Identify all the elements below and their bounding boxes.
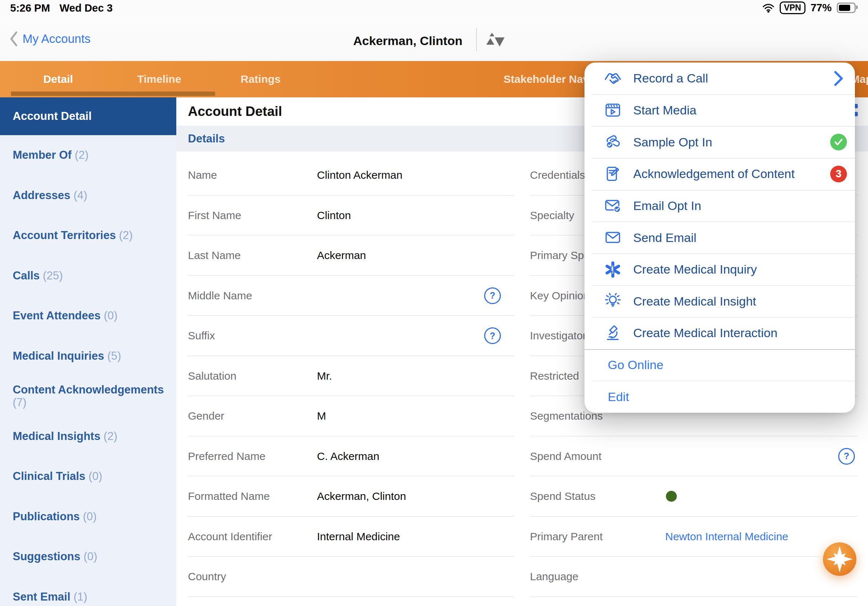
field-value: C. Ackerman: [317, 450, 380, 462]
field-label: Last Name: [188, 249, 240, 261]
sidebar-item[interactable]: Addresses 4: [0, 175, 176, 216]
sidebar-item-count: 25: [43, 269, 63, 282]
field-row: Last Name Ackerman: [176, 235, 518, 276]
sidebar-item-count: 1: [73, 591, 87, 603]
sidebar-item[interactable]: Event Attendees 0: [0, 296, 176, 336]
fields-left-column: Name Clinton Ackerman First Name Clinton…: [176, 155, 518, 597]
sidebar-item-count: 4: [73, 189, 87, 202]
field-label: Middle Name: [188, 289, 252, 302]
field-label: Formatted Name: [188, 490, 270, 502]
field-label: Salutation: [188, 370, 236, 382]
field-label: Restricted: [530, 370, 579, 382]
field-label: First Name: [188, 209, 241, 222]
menu-item-create-medical-inquiry[interactable]: Create Medical Inquiry: [584, 254, 855, 286]
status-bar: 5:26 PM Wed Dec 3 VPN 77%: [0, 0, 868, 16]
battery-icon: [837, 3, 856, 13]
field-value: Ackerman: [317, 249, 366, 261]
field-label: Language: [530, 570, 578, 583]
sidebar-item-count: 2: [119, 229, 133, 241]
back-label: My Accounts: [23, 32, 90, 46]
sidebar-item-label: Clinical Trials: [13, 470, 85, 482]
chevron-right-icon: [834, 71, 843, 86]
sidebar-item[interactable]: Medical Insights 2: [0, 416, 176, 457]
help-icon[interactable]: ?: [838, 448, 855, 465]
field-row: Salutation Mr.: [176, 356, 518, 396]
sidebar-item[interactable]: Suggestions 0: [0, 536, 176, 577]
sidebar-list: Member Of 2 Addresses 4 Account Territor…: [0, 135, 176, 606]
tab-ratings[interactable]: Ratings: [240, 61, 281, 97]
sidebar-item-label: Account Territories: [13, 229, 116, 241]
media-icon: [603, 100, 622, 119]
date: Wed Dec 3: [60, 2, 113, 14]
field-value: Ackerman, Clinton: [317, 490, 406, 502]
field-row: Name Clinton Ackerman: [176, 155, 518, 195]
sidebar-item-count: 0: [104, 309, 118, 322]
details-section-label: Details: [188, 132, 225, 145]
menu-item-create-medical-insight[interactable]: Create Medical Insight: [584, 285, 855, 317]
field-label: Specialty: [530, 209, 574, 222]
menu-item-record-a-call[interactable]: Record a Call: [584, 62, 855, 94]
menu-item-create-medical-interaction[interactable]: Create Medical Interaction: [584, 317, 855, 349]
status-time-date: 5:26 PM Wed Dec 3: [10, 2, 113, 14]
sidebar-item-label: Calls: [13, 269, 40, 282]
sidebar-item-account-detail[interactable]: Account Detail: [0, 97, 176, 135]
sidebar-item-label: Event Attendees: [13, 309, 101, 322]
email-check-icon: [603, 196, 622, 215]
menu-item-send-email[interactable]: Send Email: [584, 222, 855, 254]
field-row: Country: [176, 557, 518, 597]
sidebar-item[interactable]: Clinical Trials 0: [0, 456, 176, 497]
field-row: Language: [530, 557, 858, 597]
field-label: Gender: [188, 410, 224, 422]
sidebar-item[interactable]: Calls 25: [0, 256, 176, 296]
sidebar-item[interactable]: Content Acknowledgements 7: [0, 376, 176, 416]
menu-item-acknowledgement-of-content[interactable]: Acknowledgement of Content 3: [584, 158, 855, 190]
field-row: Primary Parent Newton Internal Medicine: [530, 516, 858, 557]
back-button[interactable]: My Accounts: [9, 30, 90, 48]
field-row: Preferred Name C. Ackerman: [176, 436, 518, 477]
sidebar-item-count: 0: [84, 550, 98, 563]
menu-item-email-opt-in[interactable]: Email Opt In: [584, 190, 855, 222]
sidebar-item-count: 2: [75, 148, 89, 161]
sidebar-item[interactable]: Medical Inquiries 5: [0, 336, 176, 376]
sidebar-item-count: 0: [83, 510, 97, 523]
field-label: Credentials: [530, 169, 585, 181]
field-row: Account Identifier Internal Medicine: [176, 516, 518, 557]
menu-item-label: Go Online: [608, 358, 663, 372]
help-icon[interactable]: ?: [484, 288, 501, 304]
sidebar-item-label: Member Of: [13, 148, 71, 161]
sidebar-item-label: Sent Email: [13, 591, 71, 603]
back-chevron-icon: [9, 30, 18, 48]
sidebar-item-label: Content Acknowledgements: [13, 383, 164, 396]
sidebar-item-label: Suggestions: [13, 550, 80, 563]
compass-fab-button[interactable]: [823, 543, 856, 576]
field-row: Gender M: [176, 396, 518, 436]
menu-item-go-online[interactable]: Go Online: [584, 349, 855, 381]
sidebar-item-label: Publications: [13, 510, 80, 523]
check-badge: [830, 134, 847, 150]
field-row: Suffix ?: [176, 316, 518, 356]
sidebar-item-label: Medical Insights: [13, 430, 100, 442]
wifi-icon: [762, 3, 775, 13]
sidebar-item[interactable]: Member Of 2: [0, 135, 176, 175]
sidebar-item[interactable]: Publications 0: [0, 497, 176, 537]
menu-item-start-media[interactable]: Start Media: [584, 94, 855, 127]
menu-item-label: Start Media: [633, 103, 696, 117]
field-label: Account Identifier: [188, 530, 272, 543]
menu-item-sample-opt-in[interactable]: Sample Opt In: [584, 126, 855, 158]
sidebar-item[interactable]: Sent Email 1: [0, 577, 176, 606]
nav-bar: My Accounts Ackerman, Clinton: [0, 16, 868, 61]
count-badge: 3: [830, 166, 847, 182]
app-screen: 5:26 PM Wed Dec 3 VPN 77% My Accounts: [0, 0, 868, 606]
sidebar-item[interactable]: Account Territories 2: [0, 215, 176, 256]
menu-item-edit[interactable]: Edit: [584, 381, 855, 413]
sort-hierarchy-icon[interactable]: [485, 32, 505, 48]
title-divider: [476, 28, 477, 51]
field-row: Formatted Name Ackerman, Clinton: [176, 476, 518, 516]
field-value[interactable]: Newton Internal Medicine: [665, 530, 788, 543]
compass-star-icon: [823, 543, 856, 576]
help-icon[interactable]: ?: [484, 327, 501, 344]
microscope-icon: [603, 324, 622, 343]
envelope-icon: [603, 228, 622, 247]
actions-menu: Record a Call Start Media: [584, 62, 855, 413]
field-value: Clinton Ackerman: [317, 169, 402, 181]
